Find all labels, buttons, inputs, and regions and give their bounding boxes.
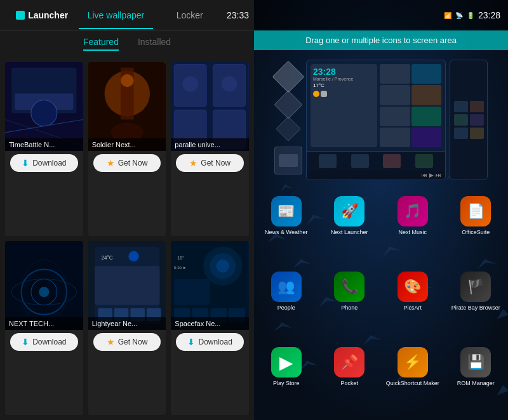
phone-icon-8 xyxy=(411,128,442,147)
app-icon-rom: 💾 xyxy=(460,347,491,377)
phone-icon-6 xyxy=(411,107,442,126)
prev-icon: ⏮ xyxy=(422,172,427,178)
theme-preview-soldier: Soldier Next... xyxy=(88,62,166,151)
getnow-btn-lightyear[interactable]: ★ Get Now xyxy=(93,333,161,351)
cloud-icon xyxy=(321,91,327,97)
bottom-icon-2 xyxy=(351,154,369,168)
phone-app-icons xyxy=(380,64,441,147)
app-item-office[interactable]: 📄 OfficeSuite xyxy=(449,196,504,263)
phone-icon-4 xyxy=(411,85,442,105)
app-item-playstore[interactable]: ▶ Play Store xyxy=(259,347,314,414)
app-label-phone: Phone xyxy=(341,305,358,312)
theme-preview-nexttech: NEXT TECH... xyxy=(5,241,83,330)
svg-rect-18 xyxy=(5,241,83,330)
app-item-launcher[interactable]: 🚀 Next Launcher xyxy=(323,196,377,263)
tab-locker[interactable]: Locker xyxy=(153,1,227,29)
app-item-people[interactable]: 👥 People xyxy=(259,272,314,338)
app-item-rom[interactable]: 💾 ROM Manager xyxy=(449,347,504,414)
theme-card-timebattle: TimeBattle N... ⬇ Download xyxy=(5,62,83,236)
app-item-pocket[interactable]: 📌 Pocket xyxy=(323,347,377,414)
theme-card-parallel: paralle unive... ★ Get Now xyxy=(171,62,249,236)
subtab-featured[interactable]: Featured xyxy=(83,37,119,51)
sub-tab-bar: Featured Installed xyxy=(0,30,254,57)
left-panel: Launcher Live wallpaper Locker 23:33 Fea… xyxy=(0,0,254,420)
app-label-rom: ROM Manager xyxy=(457,380,495,387)
app-label-pocket: Pocket xyxy=(340,380,358,387)
tab-livewallpaper[interactable]: Live wallpaper xyxy=(79,1,152,29)
phone-media-controls: ⏮ ▶ ⏭ xyxy=(307,171,445,180)
tab-launcher-label: Launcher xyxy=(28,10,68,20)
theme-preview-parallel: paralle unive... xyxy=(171,62,249,151)
weather-widget: 23:28 Marseille / Provence 17°C xyxy=(311,64,377,147)
phone-icon-2 xyxy=(411,64,442,84)
app-item-news[interactable]: 📰 News & Weather xyxy=(259,196,314,263)
app-item-music[interactable]: 🎵 Next Music xyxy=(385,196,440,263)
app-label-music: Next Music xyxy=(398,229,427,236)
theme-preview-timebattle: TimeBattle N... xyxy=(5,62,83,151)
app-item-pirate[interactable]: 🏴 Pirate Bay Browser xyxy=(449,272,504,338)
phone-icon-1 xyxy=(380,64,410,84)
phone-screen: 23:28 Marseille / Provence 17°C xyxy=(306,60,446,180)
app-label-office: OfficeSuite xyxy=(462,229,490,236)
widget-location: Marseille / Provence xyxy=(313,77,375,81)
diamond-icon-2 xyxy=(274,90,302,119)
star-icon-lightyear: ★ xyxy=(107,337,115,347)
theme-preview-spacefax: 18° 5:30 ► Spacefax Ne... xyxy=(171,241,249,330)
app-item-phone[interactable]: 📞 Phone xyxy=(323,272,377,338)
tab-livewallpaper-label: Live wallpaper xyxy=(88,10,145,20)
right-time: 23:28 xyxy=(478,10,500,20)
app-icon-news: 📰 xyxy=(271,196,302,226)
theme-name-lightyear: Lightyear Ne... xyxy=(88,317,166,330)
phone-icon-3 xyxy=(380,85,410,105)
app-label-people: People xyxy=(277,305,295,312)
subtab-installed[interactable]: Installed xyxy=(138,37,171,51)
media-buttons: ⏮ ▶ ⏭ xyxy=(422,172,441,178)
app-icon-playstore: ▶ xyxy=(271,347,302,377)
download-btn-spacefax[interactable]: ⬇ Download xyxy=(176,333,244,351)
diamond-icon xyxy=(272,61,305,93)
app-label-picsart: PicsArt xyxy=(403,305,422,312)
phone-icon-7 xyxy=(380,128,410,147)
right-content: 📶 📡 🔋 23:28 Drag one or multiple icons t… xyxy=(254,0,508,420)
svg-point-21 xyxy=(39,287,49,297)
svg-point-28 xyxy=(128,251,138,261)
getnow-btn-parallel[interactable]: ★ Get Now xyxy=(176,154,244,172)
diamond-widget xyxy=(274,65,302,174)
svg-point-10 xyxy=(121,74,133,87)
app-icon-pocket: 📌 xyxy=(334,347,364,377)
download-btn-nexttech[interactable]: ⬇ Download xyxy=(10,333,78,351)
signal-icon: 📡 xyxy=(455,12,463,19)
theme-name-soldier: Soldier Next... xyxy=(88,138,166,151)
phone-icon-5 xyxy=(380,107,410,126)
card-inner xyxy=(279,154,298,167)
app-grid: 📰 News & Weather 🚀 Next Launcher 🎵 Next … xyxy=(254,190,508,420)
right-status-bar: 📶 📡 🔋 23:28 xyxy=(444,10,500,20)
svg-text:5:30 ►: 5:30 ► xyxy=(174,265,187,270)
app-icon-picsart: 🎨 xyxy=(398,272,428,302)
diamond-icon-3 xyxy=(276,116,301,141)
download-icon-timebattle: ⬇ xyxy=(22,158,29,168)
download-icon-spacefax: ⬇ xyxy=(187,337,195,347)
theme-card-nexttech: NEXT TECH... ⬇ Download xyxy=(5,241,83,415)
app-item-shortcut[interactable]: ⚡ QuickShortcut Maker xyxy=(385,347,440,414)
right-top-bar: 📶 📡 🔋 23:28 xyxy=(254,0,508,30)
side-icon-6 xyxy=(470,128,484,139)
download-btn-timebattle[interactable]: ⬇ Download xyxy=(10,154,78,172)
getnow-btn-soldier[interactable]: ★ Get Now xyxy=(93,154,161,172)
phone-mockup-group: 23:28 Marseille / Provence 17°C xyxy=(274,60,488,180)
tab-launcher[interactable]: Launcher xyxy=(5,1,79,29)
svg-point-3 xyxy=(31,100,57,126)
play-icon: ▶ xyxy=(429,172,434,178)
side-icon-3 xyxy=(454,114,468,126)
app-item-picsart[interactable]: 🎨 PicsArt xyxy=(385,272,440,338)
side-icon-1 xyxy=(454,101,468,112)
app-label-news: News & Weather xyxy=(265,229,307,236)
app-label-launcher: Next Launcher xyxy=(331,229,368,236)
bottom-icon-4 xyxy=(415,154,433,168)
side-icon-2 xyxy=(470,101,484,112)
download-icon-nexttech: ⬇ xyxy=(22,337,29,347)
app-label-pirate: Pirate Bay Browser xyxy=(451,305,500,312)
theme-card-spacefax: 18° 5:30 ► Spacefax Ne... ⬇ Download xyxy=(171,241,249,415)
app-icon-shortcut: ⚡ xyxy=(398,347,428,377)
theme-name-spacefax: Spacefax Ne... xyxy=(171,317,249,330)
